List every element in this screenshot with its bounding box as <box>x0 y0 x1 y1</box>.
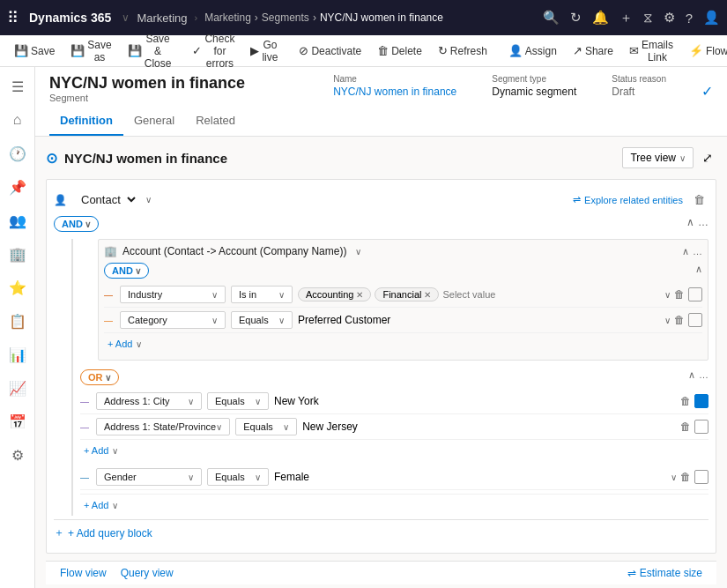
sidebar-item-recent[interactable]: 🕐 <box>2 138 33 169</box>
address-city-value-container: New York <box>274 395 675 407</box>
and-pill-main[interactable]: AND ∨ <box>54 216 99 232</box>
breadcrumb-segments[interactable]: Segments <box>262 11 309 24</box>
or-more[interactable]: … <box>699 369 708 381</box>
add-or-condition-button[interactable]: + Add ∨ <box>80 443 122 458</box>
query-view-link[interactable]: Query view <box>121 567 174 579</box>
refresh-button[interactable]: ↻ Refresh <box>431 41 494 61</box>
and-label: AND <box>62 219 83 229</box>
more-options-main[interactable]: … <box>698 216 708 228</box>
nav-marketing[interactable]: Marketing <box>137 11 187 25</box>
plus-icon[interactable]: ＋ <box>619 10 633 26</box>
category-operator-select[interactable]: Equals ∨ <box>231 311 293 329</box>
deactivate-button[interactable]: ⊘ Deactivate <box>292 41 368 61</box>
industry-value-input[interactable] <box>442 289 564 300</box>
breadcrumb-marketing[interactable]: Marketing <box>204 11 251 24</box>
category-condition-row: — Category ∨ Equals ∨ Preferred Customer <box>104 308 702 333</box>
category-field-chevron: ∨ <box>211 316 218 325</box>
sidebar-item-contacts[interactable]: 👥 <box>2 205 33 236</box>
save-button[interactable]: 💾 Save <box>7 41 62 61</box>
settings-icon[interactable]: ⚙ <box>664 10 675 26</box>
add-main-condition-button[interactable]: + Add ∨ <box>80 498 122 512</box>
sidebar-item-activities[interactable]: 📋 <box>2 305 33 337</box>
user-icon[interactable]: 👤 <box>703 10 720 26</box>
bell-icon[interactable]: 🔔 <box>592 10 609 26</box>
segment-type-label: Segment type <box>492 74 576 84</box>
address-state-checkbox[interactable] <box>694 420 708 434</box>
assign-icon: 👤 <box>508 44 523 57</box>
remove-financial[interactable]: ✕ <box>424 290 431 300</box>
industry-field-label: Industry <box>128 289 162 300</box>
address-city-field-select[interactable]: Address 1: City ∨ <box>96 392 202 410</box>
sidebar-item-pinned[interactable]: 📌 <box>2 171 33 203</box>
gender-operator-select[interactable]: Equals ∨ <box>207 468 269 486</box>
estimate-size-link[interactable]: ⇌ Estimate size <box>627 567 702 579</box>
account-entity-icon: 🏢 <box>104 245 117 257</box>
sidebar-item-reports[interactable]: 📊 <box>2 339 33 370</box>
gender-checkbox[interactable] <box>694 470 708 484</box>
collapse-up-main[interactable]: ∧ <box>686 216 694 228</box>
sidebar-item-calendar[interactable]: 📅 <box>2 406 33 437</box>
address-city-checkbox[interactable] <box>694 394 708 408</box>
account-more[interactable]: … <box>693 246 702 257</box>
save-close-button[interactable]: 💾 Save & Close <box>121 29 179 73</box>
emails-link-button[interactable]: ✉ Emails Link <box>622 35 680 67</box>
account-group-collapse[interactable]: ∧ <box>695 264 702 274</box>
address-city-delete[interactable]: 🗑 <box>680 395 691 407</box>
account-collapse-up[interactable]: ∧ <box>682 246 689 257</box>
explore-related-link[interactable]: ⇌ Explore related entities <box>573 194 683 205</box>
flow-button[interactable]: ⚡ Flow <box>682 41 727 61</box>
gender-delete[interactable]: 🗑 <box>680 471 691 483</box>
contact-entity-select[interactable]: Contact <box>74 190 138 209</box>
save-as-button[interactable]: 💾 Save as <box>63 35 118 67</box>
assign-button[interactable]: 👤 Assign <box>501 41 564 61</box>
sidebar-item-settings[interactable]: ⚙ <box>2 439 33 471</box>
share-button[interactable]: ↗ Share <box>566 41 620 61</box>
industry-operator-select[interactable]: Is in ∨ <box>231 286 293 303</box>
add-query-block-button[interactable]: ＋ + Add query block <box>54 519 708 546</box>
top-icons-group: 🔍 ↻ 🔔 ＋ ⧖ ⚙ ? 👤 <box>543 10 720 26</box>
tab-related[interactable]: Related <box>185 107 246 136</box>
breadcrumb: Marketing › Segments › NYC/NJ women in f… <box>204 11 536 24</box>
go-live-button[interactable]: ▶ Go live <box>243 35 285 67</box>
address-city-operator-select[interactable]: Equals ∨ <box>207 392 269 410</box>
save-close-icon: 💾 <box>128 44 142 57</box>
check-errors-button[interactable]: ✓ Check for errors <box>185 29 241 73</box>
tab-definition[interactable]: Definition <box>49 107 123 136</box>
industry-delete[interactable]: 🗑 <box>674 288 685 301</box>
address-state-operator-select[interactable]: Equals ∨ <box>235 418 297 435</box>
industry-checkbox[interactable] <box>688 287 702 301</box>
category-checkbox[interactable] <box>688 313 702 327</box>
expand-button[interactable]: ⤢ <box>699 147 716 168</box>
tab-general[interactable]: General <box>123 107 185 136</box>
add-account-condition-button[interactable]: + Add ∨ <box>104 337 145 351</box>
delete-button[interactable]: 🗑 Delete <box>370 41 429 61</box>
flow-view-link[interactable]: Flow view <box>60 567 107 579</box>
search-icon[interactable]: 🔍 <box>543 10 560 26</box>
remove-accounting[interactable]: ✕ <box>356 290 363 300</box>
waffle-menu[interactable]: ⠿ <box>7 8 19 27</box>
sidebar-item-menu[interactable]: ☰ <box>2 71 33 102</box>
category-delete[interactable]: 🗑 <box>674 314 685 326</box>
industry-field-select[interactable]: Industry ∨ <box>120 286 226 303</box>
refresh-icon[interactable]: ↻ <box>570 10 582 26</box>
brand-dropdown[interactable]: ∨ <box>122 11 130 24</box>
filter-icon[interactable]: ⧖ <box>643 10 653 26</box>
gender-field-select[interactable]: Gender ∨ <box>96 468 202 486</box>
address-state-field-select[interactable]: Address 1: State/Province ∨ <box>96 418 230 435</box>
sidebar-item-leads[interactable]: ⭐ <box>2 272 33 303</box>
sidebar-item-accounts[interactable]: 🏢 <box>2 238 33 270</box>
gender-op-label: Equals <box>215 472 245 482</box>
category-field-select[interactable]: Category ∨ <box>120 311 226 329</box>
contact-delete-button[interactable]: 🗑 <box>690 191 708 208</box>
sidebar-item-dashboards[interactable]: 📈 <box>2 372 33 404</box>
tree-view-button[interactable]: Tree view ∨ <box>622 147 694 168</box>
or-pill[interactable]: OR ∨ <box>80 369 119 385</box>
or-collapse-up[interactable]: ∧ <box>688 369 695 381</box>
address-state-delete[interactable]: 🗑 <box>680 421 691 433</box>
brand-logo: Dynamics 365 <box>29 11 111 25</box>
and-chevron: ∨ <box>85 220 91 229</box>
sidebar-item-home[interactable]: ⌂ <box>2 104 33 136</box>
contact-entity-icon: 👤 <box>54 194 67 206</box>
help-icon[interactable]: ? <box>686 11 693 26</box>
and-pill-account[interactable]: AND ∨ <box>104 263 149 279</box>
